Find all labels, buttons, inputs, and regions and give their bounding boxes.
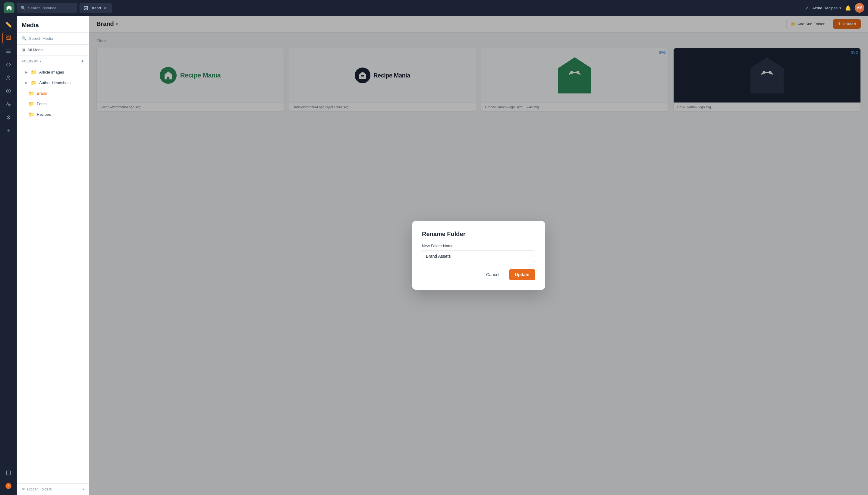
media-search-icon: 🔍 xyxy=(22,36,27,41)
svg-point-5 xyxy=(7,90,9,92)
folder-item-brand[interactable]: 📁 Brand xyxy=(17,88,89,99)
notifications-icon[interactable]: 🔔 xyxy=(845,5,851,11)
hidden-folders-icon: 👁 xyxy=(22,487,25,491)
top-nav: 🔍 Search Instance 🖼 Brand ✕ ↗ Acme Recip… xyxy=(0,0,868,16)
media-panel-title: Media xyxy=(17,16,89,33)
folder-name: Author Headshots xyxy=(39,81,71,85)
hidden-folders-label: Hidden Folders xyxy=(27,487,52,491)
all-media-label: All Media xyxy=(28,48,44,52)
external-link-icon[interactable]: ↗ xyxy=(805,5,809,11)
nav-right: ↗ Acme Recipes ▾ 🔔 AM xyxy=(805,3,864,13)
modal-title: Rename Folder xyxy=(422,231,535,238)
modal-actions: Cancel Update xyxy=(422,269,535,280)
svg-point-3 xyxy=(7,76,9,78)
icon-strip-bottom: 2 xyxy=(2,467,15,492)
svg-point-4 xyxy=(6,89,11,93)
sidebar-item-list[interactable] xyxy=(2,467,15,479)
tab-folder-icon: 🖼 xyxy=(84,6,88,10)
modal-overlay: Rename Folder New Folder Name Cancel Upd… xyxy=(89,16,868,495)
folder-directory-icon: 📁 xyxy=(31,69,37,75)
sidebar-item-add[interactable]: + xyxy=(2,125,15,137)
add-folder-icon[interactable]: + xyxy=(81,58,84,64)
media-search-bar[interactable]: 🔍 Search Media xyxy=(17,33,89,45)
new-folder-name-input[interactable] xyxy=(422,251,535,262)
icon-strip: ✏️ 🖼 ⚙ + xyxy=(0,16,17,495)
sidebar-item-chart[interactable] xyxy=(2,98,15,110)
folder-name: Fonts xyxy=(37,102,47,106)
folder-expand-icon: ▶ xyxy=(25,70,28,74)
folder-item-fonts[interactable]: 📁 Fonts xyxy=(17,99,89,109)
sidebar-item-media[interactable]: 🖼 xyxy=(2,32,15,44)
sidebar-item-users[interactable] xyxy=(2,72,15,84)
media-panel: Media 🔍 Search Media ⊞ All Media FOLDERS… xyxy=(17,16,89,495)
hidden-folders-chevron-icon: ▾ xyxy=(82,487,84,491)
sidebar-item-code[interactable] xyxy=(2,58,15,70)
sidebar-item-gear[interactable]: ⚙ xyxy=(2,112,15,124)
sidebar-item-edit[interactable]: ✏️ xyxy=(2,19,15,31)
folders-chevron-icon[interactable]: ▾ xyxy=(40,60,41,63)
search-instance-bar[interactable]: 🔍 Search Instance xyxy=(17,3,77,13)
sidebar-item-settings-circle[interactable] xyxy=(2,85,15,97)
main-layout: ✏️ 🖼 ⚙ + xyxy=(0,16,868,495)
folder-name: Brand xyxy=(37,91,47,96)
folders-header: FOLDERS ▾ + xyxy=(17,55,89,67)
folder-name: Recipes xyxy=(37,112,51,117)
avatar[interactable]: AM xyxy=(855,3,864,13)
workspace-chevron-icon: ▾ xyxy=(839,6,841,10)
tab-label: Brand xyxy=(90,6,101,10)
workspace-selector[interactable]: Acme Recipes ▾ xyxy=(812,6,841,10)
tab-close-button[interactable]: ✕ xyxy=(103,5,107,10)
search-instance-label: Search Instance xyxy=(28,6,56,10)
hidden-folders-toggle[interactable]: 👁 Hidden Folders ▾ xyxy=(17,483,89,495)
sidebar-item-data[interactable] xyxy=(2,45,15,57)
folder-directory-icon: 📁 xyxy=(28,90,34,96)
media-search-label: Search Media xyxy=(29,36,53,41)
workspace-name: Acme Recipes xyxy=(812,6,837,10)
sidebar-item-badge[interactable]: 2 xyxy=(2,480,15,492)
cancel-button[interactable]: Cancel xyxy=(480,269,505,280)
rename-folder-modal: Rename Folder New Folder Name Cancel Upd… xyxy=(412,221,545,290)
folders-label: FOLDERS xyxy=(22,59,39,63)
folder-directory-icon: 📁 xyxy=(31,80,37,86)
app-logo[interactable] xyxy=(4,2,15,13)
folder-item-article-images[interactable]: ▶ 📁 Article Images xyxy=(17,67,89,78)
logo-icon xyxy=(6,4,12,11)
all-media-item[interactable]: ⊞ All Media xyxy=(17,45,89,55)
folder-expand-icon: ▶ xyxy=(25,81,28,84)
folder-directory-icon: 📁 xyxy=(28,101,34,107)
folder-directory-icon: 📁 xyxy=(28,112,34,117)
update-button[interactable]: Update xyxy=(509,269,535,280)
tab-bar: 🖼 Brand ✕ xyxy=(80,3,802,13)
badge-number: 2 xyxy=(5,483,12,489)
all-media-icon: ⊞ xyxy=(22,48,25,52)
folder-item-author-headshots[interactable]: ▶ 📁 Author Headshots xyxy=(17,78,89,88)
modal-label: New Folder Name xyxy=(422,243,535,248)
content-area: Brand ▾ 📁 Add Sub Folder ⬆ Upload Files xyxy=(89,16,868,495)
folder-item-recipes[interactable]: 📁 Recipes xyxy=(17,109,89,120)
search-icon: 🔍 xyxy=(21,6,25,10)
brand-tab[interactable]: 🖼 Brand ✕ xyxy=(80,3,111,13)
folder-name: Article Images xyxy=(39,70,64,74)
